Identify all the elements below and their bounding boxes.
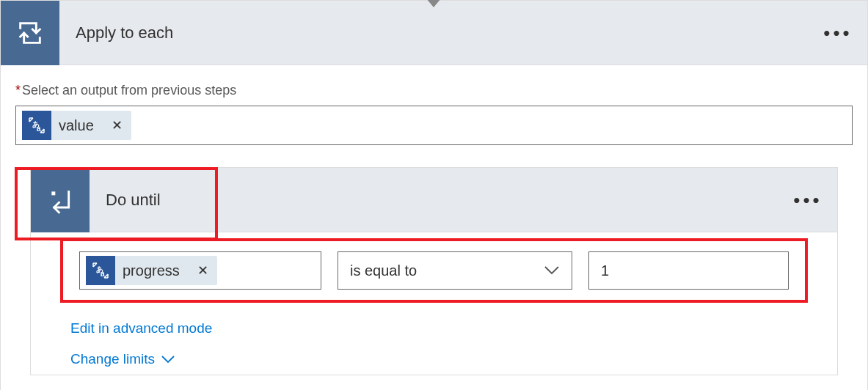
translate-icon: あ a (86, 256, 115, 285)
value-token-remove[interactable]: ✕ (103, 117, 131, 133)
condition-right-input[interactable]: 1 (588, 251, 789, 290)
chevron-down-icon (544, 262, 560, 279)
apply-to-each-icon (1, 1, 59, 65)
svg-rect-3 (51, 191, 55, 195)
condition-operator-label: is equal to (350, 262, 417, 279)
do-until-header[interactable]: Do until ••• (31, 168, 837, 232)
progress-token-remove[interactable]: ✕ (189, 262, 217, 279)
do-until-icon (31, 168, 90, 232)
apply-to-each-body: *Select an output from previous steps あ … (1, 65, 867, 390)
translate-icon: あ a (22, 111, 51, 140)
change-limits-link[interactable]: Change limits (70, 351, 175, 367)
do-until-title: Do until (90, 191, 786, 210)
select-output-input[interactable]: あ a value ✕ (15, 106, 853, 145)
condition-left-input[interactable]: あ a progress ✕ (79, 251, 321, 290)
required-star-icon: * (15, 83, 21, 98)
do-until-card: Do until ••• (30, 167, 838, 375)
do-until-more-button[interactable]: ••• (786, 182, 830, 218)
select-output-label: *Select an output from previous steps (15, 83, 853, 98)
svg-text:a: a (37, 125, 41, 133)
edit-advanced-mode-link[interactable]: Edit in advanced mode (70, 320, 212, 336)
svg-text:a: a (101, 270, 105, 278)
condition-row: あ a progress ✕ is equal to (72, 251, 796, 290)
ellipsis-icon: ••• (793, 191, 822, 210)
condition-highlight: あ a progress ✕ is equal to (60, 238, 808, 303)
progress-token[interactable]: あ a progress ✕ (86, 256, 217, 285)
apply-to-each-card: Apply to each ••• *Select an output from… (0, 0, 868, 390)
svg-marker-0 (426, 0, 441, 7)
value-token-label: value (51, 117, 103, 134)
do-until-body: あ a progress ✕ is equal to (31, 232, 837, 375)
connector-arrow-icon (423, 0, 445, 13)
apply-to-each-title: Apply to each (59, 23, 816, 43)
value-token[interactable]: あ a value ✕ (22, 111, 131, 140)
condition-right-value: 1 (601, 262, 609, 279)
apply-to-each-more-button[interactable]: ••• (816, 15, 860, 51)
chevron-down-icon (161, 351, 175, 367)
ellipsis-icon: ••• (823, 23, 852, 43)
progress-token-label: progress (115, 262, 189, 279)
condition-operator-select[interactable]: is equal to (338, 251, 572, 290)
